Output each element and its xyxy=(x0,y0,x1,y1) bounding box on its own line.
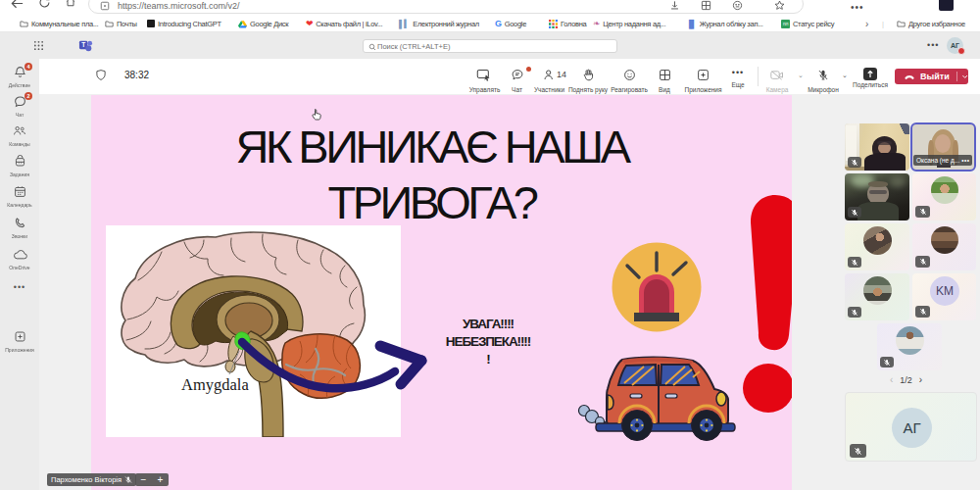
svg-text:T: T xyxy=(81,41,85,48)
